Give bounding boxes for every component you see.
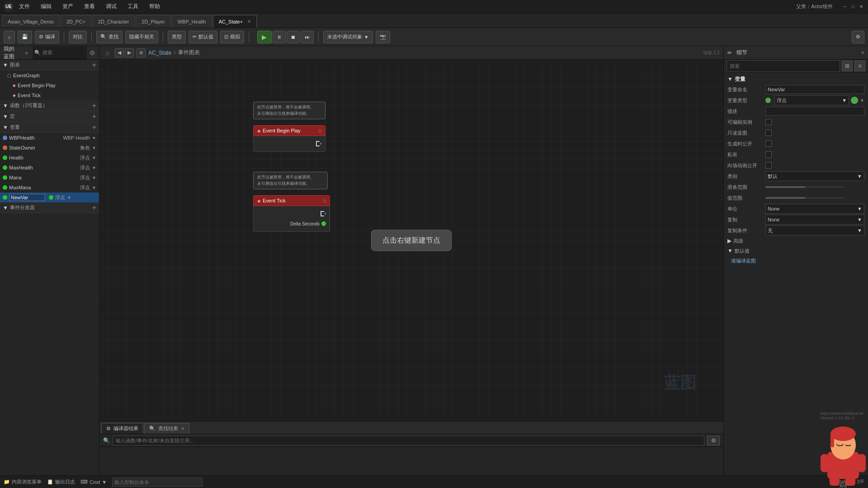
tab-asian-village[interactable]: Asian_Village_Demo bbox=[2, 15, 60, 28]
pause-button[interactable]: ⏸ bbox=[273, 31, 286, 43]
right-view-list-btn[interactable]: ≡ bbox=[854, 61, 865, 71]
tree-item-eventgraph[interactable]: ⬡ EventGraph bbox=[0, 70, 99, 80]
var-name-input-newvar[interactable] bbox=[9, 194, 45, 201]
section-add-icon[interactable]: + bbox=[92, 61, 96, 69]
menu-asset[interactable]: 资产 bbox=[61, 2, 75, 11]
var-expand-wbphealth[interactable]: ▼ bbox=[92, 136, 96, 141]
replication-condition-dropdown[interactable]: 无 ▼ bbox=[765, 225, 864, 235]
tree-item-tick[interactable]: ◆ Event Tick bbox=[0, 90, 99, 100]
add-macro-icon[interactable]: + bbox=[92, 113, 96, 120]
menu-edit[interactable]: 编辑 bbox=[39, 2, 53, 11]
save-btn[interactable]: 💾 bbox=[18, 31, 32, 43]
right-view-grid-btn[interactable]: ⊞ bbox=[842, 61, 853, 71]
tree-item-begin-play[interactable]: ◆ Event Begin Play bbox=[0, 80, 99, 90]
section-header-dispatchers[interactable]: ▼ 事件分发器 + bbox=[0, 202, 99, 213]
spawn-time-checkbox[interactable] bbox=[765, 141, 772, 147]
tab-2d-character[interactable]: 2D_Character bbox=[92, 15, 135, 28]
replication-dropdown[interactable]: None ▼ bbox=[765, 215, 864, 225]
var-expand-newvar[interactable]: ▼ bbox=[67, 195, 71, 200]
compile-btn[interactable]: ⚙ 编译 bbox=[35, 31, 59, 43]
add-btn[interactable]: + bbox=[24, 48, 29, 57]
slider-range-track[interactable] bbox=[765, 186, 844, 188]
section-header-functions[interactable]: ▼ 函数（2可覆盖） + bbox=[0, 100, 99, 111]
menu-debug[interactable]: 调试 bbox=[104, 2, 118, 11]
debug-settings-btn[interactable]: 📷 bbox=[376, 31, 390, 43]
bottom-search-input[interactable] bbox=[113, 436, 704, 446]
title-menu[interactable]: 文件 编辑 资产 查看 调试 工具 帮助 bbox=[17, 2, 162, 11]
win-minimize[interactable]: ─ bbox=[842, 4, 848, 10]
var-item-newvar[interactable]: 浮点 ▼ bbox=[0, 192, 99, 202]
var-item-mana[interactable]: Mana 浮点 ▼ bbox=[0, 173, 99, 183]
private-checkbox[interactable] bbox=[765, 151, 772, 158]
var-expand-mana[interactable]: ▼ bbox=[92, 175, 96, 180]
search-btn[interactable]: 🔍 查找 bbox=[96, 31, 123, 43]
add-dispatcher-icon[interactable]: + bbox=[92, 204, 96, 211]
var-type-dropdown[interactable]: 浮点 ▼ bbox=[774, 95, 849, 105]
hide-unrelated-btn[interactable]: 隐藏不相关 bbox=[125, 31, 158, 43]
tab-wbp-health[interactable]: WBP_Health bbox=[172, 15, 212, 28]
section-header-macros[interactable]: ▼ 宏 + bbox=[0, 111, 99, 122]
simulate-btn[interactable]: ⊡ 模拟 bbox=[220, 31, 244, 43]
window-controls[interactable]: ─ □ ✕ bbox=[842, 4, 864, 10]
graph-zoom-icon[interactable]: ⊞ bbox=[137, 48, 146, 57]
stop-button[interactable]: ⏹ bbox=[287, 31, 300, 43]
tab-2d-pc[interactable]: 2D_PC+ bbox=[61, 15, 91, 28]
compile-link[interactable]: 请编译蓝图 bbox=[727, 256, 760, 265]
advanced-section-header[interactable]: ▶ 高级 bbox=[724, 236, 868, 246]
menu-file[interactable]: 文件 bbox=[17, 2, 32, 11]
menu-tools[interactable]: 工具 bbox=[126, 2, 140, 11]
win-close[interactable]: ✕ bbox=[858, 4, 864, 10]
value-range-track[interactable] bbox=[765, 197, 844, 199]
settings-btn[interactable]: ⚙ bbox=[852, 31, 864, 43]
add-function-icon[interactable]: + bbox=[92, 102, 96, 109]
variable-section-header[interactable]: ▼ 变量 bbox=[724, 74, 868, 84]
play-button[interactable]: ▶ bbox=[257, 31, 272, 43]
nav-back-btn[interactable]: ◀ bbox=[115, 48, 124, 57]
unit-dropdown[interactable]: None ▼ bbox=[765, 204, 864, 214]
description-field[interactable] bbox=[765, 107, 864, 116]
settings-icon[interactable]: ⚙ bbox=[90, 48, 95, 57]
nav-fwd-btn[interactable]: ▶ bbox=[125, 48, 134, 57]
output-log-btn[interactable]: 📋 输出日志 bbox=[47, 479, 75, 485]
var-expand-stateowner[interactable]: ▼ bbox=[92, 145, 96, 150]
var-item-maxhealth[interactable]: MaxHealth 浮点 ▼ bbox=[0, 163, 99, 173]
expose-on-spawn-checkbox[interactable] bbox=[765, 162, 772, 169]
var-expand-health[interactable]: ▼ bbox=[92, 155, 96, 160]
search-options-btn[interactable]: ⚙ bbox=[707, 436, 720, 446]
tab-close-icon[interactable]: ✕ bbox=[247, 19, 251, 24]
menu-help[interactable]: 帮助 bbox=[147, 2, 162, 11]
breadcrumb-root[interactable]: AC_State bbox=[148, 50, 171, 56]
details-close-icon[interactable]: ✕ bbox=[861, 50, 864, 55]
menu-view[interactable]: 查看 bbox=[82, 2, 97, 11]
var-name-field[interactable] bbox=[765, 85, 864, 94]
tab-2d-player[interactable]: 2D_Player bbox=[136, 15, 170, 28]
right-search-input[interactable] bbox=[726, 60, 840, 72]
add-variable-icon[interactable]: + bbox=[92, 124, 96, 131]
debug-target-dropdown[interactable]: 未选中调试对象 ▼ bbox=[323, 31, 373, 43]
category-dropdown[interactable]: 默认 ▼ bbox=[765, 171, 864, 181]
var-item-wbphealth[interactable]: WBPHealth WBP Health ▼ bbox=[0, 133, 99, 143]
var-expand-maxmana[interactable]: ▼ bbox=[92, 185, 96, 190]
step-button[interactable]: ⏭ bbox=[301, 31, 314, 43]
graph-canvas[interactable]: 点击右键新建节点 此节点被禁用，将不会被调用。 从引脚连出引线来编译功能。 ◆ … bbox=[99, 60, 723, 421]
cmd-btn[interactable]: ⌨ Cmd ▼ bbox=[80, 479, 107, 485]
home-btn[interactable]: ⌂ bbox=[4, 31, 15, 43]
begin-play-close-icon[interactable]: □ bbox=[319, 128, 321, 133]
find-close-icon[interactable]: ✕ bbox=[181, 426, 184, 431]
content-browser-btn[interactable]: 📁 内容浏览菜单 bbox=[4, 479, 42, 485]
tab-compiler-results[interactable]: ⚙ 编译器结果 bbox=[101, 423, 143, 434]
tab-ac-state[interactable]: AC_State+ ✕ bbox=[213, 15, 257, 28]
graph-home-icon[interactable]: ⌂ bbox=[103, 48, 112, 57]
section-header-variables[interactable]: ▼ 变量 + bbox=[0, 122, 99, 133]
win-maximize[interactable]: □ bbox=[850, 4, 856, 10]
read-only-checkbox[interactable] bbox=[765, 130, 772, 136]
var-type-color-arrow[interactable] bbox=[851, 97, 858, 104]
type-btn[interactable]: 类型 bbox=[168, 31, 186, 43]
tick-close-icon[interactable]: □ bbox=[323, 198, 326, 203]
section-header-graph[interactable]: ▼ 图表 + bbox=[0, 60, 99, 70]
copyable-instance-checkbox[interactable] bbox=[765, 119, 772, 125]
default-val-btn[interactable]: ✏ 默认值 bbox=[189, 31, 217, 43]
default-value-section-header[interactable]: ▼ 默认值 bbox=[724, 246, 868, 256]
var-expand-maxhealth[interactable]: ▼ bbox=[92, 165, 96, 170]
var-item-maxmana[interactable]: MaxMana 浮点 ▼ bbox=[0, 183, 99, 192]
